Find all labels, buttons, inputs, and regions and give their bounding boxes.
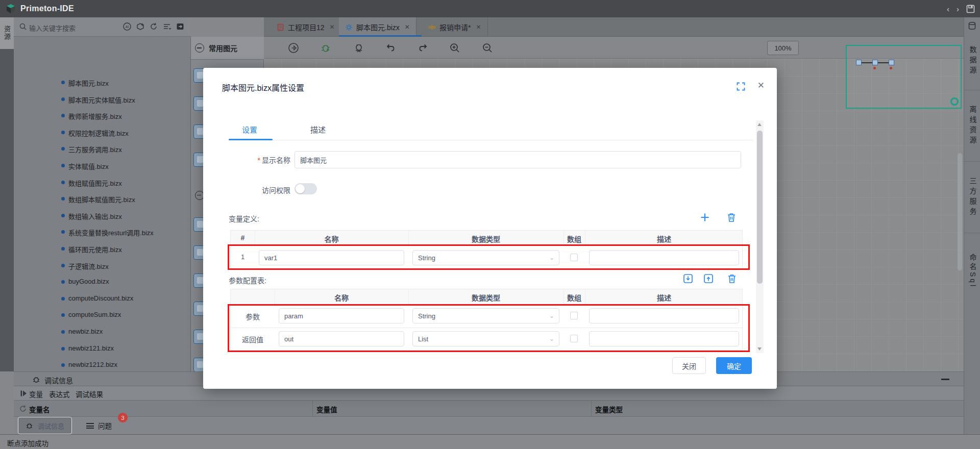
dialog-tab-description[interactable]: 描述 <box>310 124 326 135</box>
param-desc-input[interactable] <box>589 308 739 323</box>
ai-assistant-icon[interactable]: AI <box>122 22 132 31</box>
col-name: 名称 <box>275 292 408 303</box>
param-type-select[interactable]: List⌄ <box>412 331 559 346</box>
redo-button[interactable] <box>417 42 429 54</box>
rail-tab-offline-resource[interactable]: 离线资源 <box>964 90 980 161</box>
search-input[interactable]: 输入关键字搜索 <box>29 23 76 33</box>
sidebar-search-row: 输入关键字搜索 AI <box>14 17 191 37</box>
param-desc-input[interactable] <box>589 331 739 346</box>
tab-variables[interactable]: 变量 <box>29 389 43 402</box>
sort-list-icon[interactable] <box>162 22 172 31</box>
bullet-icon <box>61 164 65 167</box>
file-item[interactable]: computeSum.bizx <box>14 309 191 320</box>
tab-divider <box>229 140 753 140</box>
variable-type-select[interactable]: String⌄ <box>412 250 559 265</box>
step-debug-button[interactable] <box>353 42 365 54</box>
file-item[interactable]: 脚本图元.bizx <box>14 77 191 88</box>
tab-expense-request[interactable]: 报销申请*✕ <box>422 17 488 37</box>
palette-group-header[interactable]: 常用图元 <box>191 37 264 60</box>
export-params-button[interactable] <box>703 273 714 284</box>
param-array-checkbox[interactable] <box>570 312 578 319</box>
minimap[interactable] <box>846 45 962 109</box>
dialog-close-button[interactable]: ✕ <box>757 80 765 91</box>
dialog-ok-button[interactable]: 确定 <box>716 357 752 374</box>
param-name-input[interactable] <box>279 331 404 346</box>
resource-rail-tab[interactable]: 资源 <box>0 17 14 49</box>
undo-button[interactable] <box>384 42 397 54</box>
file-item[interactable]: 教师新增服务.bizx <box>14 110 191 121</box>
file-item[interactable]: 权限控制逻辑流.bizx <box>14 127 191 138</box>
rail-tab-datasource[interactable]: 数据源 <box>964 33 980 90</box>
add-variable-button[interactable] <box>699 212 710 223</box>
rail-tab-named-sql[interactable]: 命名Sql <box>964 233 980 309</box>
variable-desc-input[interactable] <box>589 250 739 265</box>
file-item[interactable]: 数组赋值图元.bizx <box>14 177 191 188</box>
file-item[interactable]: 脚本图元实体赋值.bizx <box>14 93 191 105</box>
delete-variable-button[interactable] <box>726 212 737 223</box>
nav-forward-button[interactable]: › <box>957 5 959 13</box>
zoom-in-button[interactable] <box>449 42 461 54</box>
access-permission-toggle[interactable] <box>295 183 317 194</box>
import-params-button[interactable] <box>682 273 694 284</box>
file-item[interactable]: 数组脚本赋值图元.bizx <box>14 193 191 204</box>
dialog-cancel-button[interactable]: 关闭 <box>672 357 706 374</box>
file-item[interactable]: 子逻辑流.bizx <box>14 260 191 271</box>
display-name-input[interactable] <box>295 151 741 168</box>
tab-script-bizx[interactable]: 脚本图元.bizx✕ <box>339 17 416 37</box>
close-icon[interactable]: ✕ <box>405 23 410 31</box>
close-icon[interactable]: ✕ <box>476 23 481 31</box>
refresh-icon[interactable] <box>19 405 27 413</box>
column-variable-value: 变量值 <box>316 404 337 414</box>
bottom-tab-debug-info[interactable]: 调试信息 <box>18 417 72 434</box>
dialog-scrollbar[interactable] <box>756 120 764 353</box>
file-item[interactable]: 实体赋值.bizx <box>14 160 191 171</box>
datasource-rail-icon[interactable] <box>968 21 976 30</box>
param-type-select[interactable]: String⌄ <box>412 308 559 323</box>
zoom-level-display[interactable]: 100% <box>767 41 799 55</box>
app-title: Primeton-IDE <box>20 4 74 13</box>
save-button[interactable] <box>966 5 975 13</box>
debug-run-button[interactable] <box>320 42 332 54</box>
tab-expressions[interactable]: 表达式 <box>49 389 70 399</box>
file-item[interactable]: buyGood.bizx <box>14 276 191 287</box>
file-item[interactable]: 循环图元使用.bizx <box>14 243 191 254</box>
new-model-icon[interactable] <box>136 22 145 31</box>
dialog-tab-settings[interactable]: 设置 <box>242 124 257 135</box>
param-name-input[interactable] <box>279 308 404 323</box>
file-item[interactable]: computeDiscount.bizx <box>14 293 191 304</box>
variables-table-header-row: # 名称 数据类型 数组 描述 <box>231 231 742 246</box>
close-icon[interactable]: ✕ <box>330 23 335 31</box>
zoom-out-button[interactable] <box>481 42 494 54</box>
tab-project[interactable]: 工程项目12✕ <box>271 17 341 37</box>
fullscreen-button[interactable] <box>737 82 745 91</box>
refresh-icon[interactable] <box>149 22 158 31</box>
scroll-down-button[interactable] <box>757 347 762 351</box>
display-name-label: *显示名称 <box>224 155 290 165</box>
nav-back-button[interactable]: ‹ <box>947 5 949 13</box>
column-divider <box>591 401 592 417</box>
bottom-tab-problems[interactable]: 问题 <box>79 417 119 434</box>
collapse-panel-button[interactable] <box>941 379 949 380</box>
rail-tab-thirdparty-service[interactable]: 三方服务 <box>964 161 980 233</box>
import-resource-icon[interactable] <box>176 22 185 31</box>
params-table: 名称 数据类型 数组 描述 参数 String⌄ 返回值 List <box>230 289 743 351</box>
resource-rail-label: 资源 <box>3 26 11 41</box>
variable-name-input[interactable] <box>259 250 404 265</box>
scrollbar-thumb[interactable] <box>757 131 763 284</box>
file-item[interactable]: newbiz.bizx <box>14 326 191 337</box>
file-item[interactable]: newbiz1212.bizx <box>14 359 191 370</box>
resume-icon[interactable] <box>19 389 28 397</box>
file-item[interactable]: newbiz121.bizx <box>14 343 191 354</box>
delete-param-button[interactable] <box>726 273 738 284</box>
tab-debug-results[interactable]: 调试结果 <box>76 389 103 399</box>
canvas-vertical-scrollbar[interactable] <box>958 153 962 270</box>
scroll-up-button[interactable] <box>757 123 762 126</box>
file-item[interactable]: 三方服务调用.bizx <box>14 143 191 154</box>
param-array-checkbox[interactable] <box>570 335 578 342</box>
file-item[interactable]: 数组输入输出.bizx <box>14 210 191 221</box>
variable-array-checkbox[interactable] <box>570 254 578 261</box>
column-variable-type: 变量类型 <box>595 404 623 414</box>
bullet-icon <box>61 363 65 367</box>
file-item[interactable]: 系统变量替换resturl调用.bizx <box>14 226 191 237</box>
run-button[interactable] <box>287 42 300 54</box>
